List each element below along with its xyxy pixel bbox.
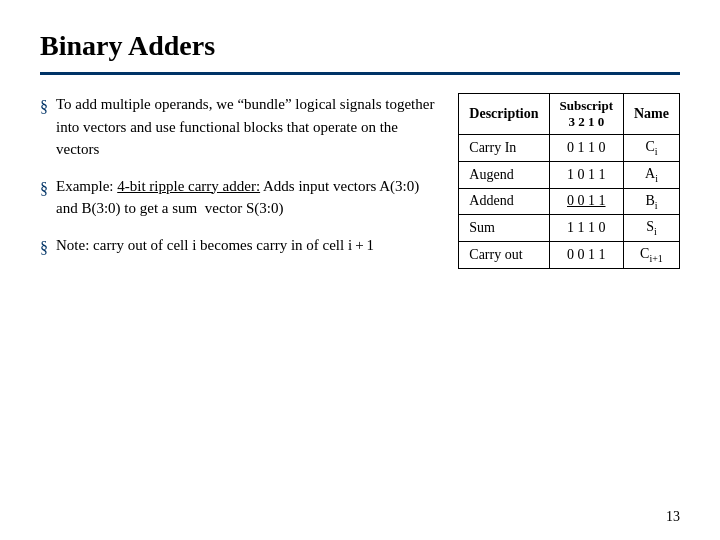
cell-augend-name: Ai xyxy=(624,161,680,188)
cell-carry-in-name: Ci xyxy=(624,135,680,162)
cell-carryout-desc: Carry out xyxy=(459,242,549,269)
cell-carryout-name: Ci+1 xyxy=(624,242,680,269)
underline-subscript: 0 0 1 1 xyxy=(567,193,606,208)
cell-sum-desc: Sum xyxy=(459,215,549,242)
table-row: Carry out 0 0 1 1 Ci+1 xyxy=(459,242,680,269)
col-header-subscript: Subscript3 2 1 0 xyxy=(549,94,623,135)
bullet-text-3: Note: carry out of cell i becomes carry … xyxy=(56,234,374,257)
table-row: Sum 1 1 1 0 Si xyxy=(459,215,680,242)
cell-sum-subscript: 1 1 1 0 xyxy=(549,215,623,242)
cell-addend-subscript: 0 0 1 1 xyxy=(549,188,623,215)
cell-addend-name: Bi xyxy=(624,188,680,215)
table-wrapper: Description Subscript3 2 1 0 Name Carry … xyxy=(458,93,680,269)
col-header-name: Name xyxy=(624,94,680,135)
title-divider xyxy=(40,72,680,75)
cell-carry-in-desc: Carry In xyxy=(459,135,549,162)
bullet-icon-3: § xyxy=(40,236,48,260)
cell-carry-in-subscript: 0 1 1 0 xyxy=(549,135,623,162)
subscript-label: Subscript3 2 1 0 xyxy=(560,98,613,129)
bullet-text-1: To add multiple operands, we “bundle” lo… xyxy=(56,93,438,161)
content-area: § To add multiple operands, we “bundle” … xyxy=(40,93,680,274)
cell-augend-subscript: 1 0 1 1 xyxy=(549,161,623,188)
signal-table: Description Subscript3 2 1 0 Name Carry … xyxy=(458,93,680,269)
bullet-1: § To add multiple operands, we “bundle” … xyxy=(40,93,438,161)
bullet-icon-1: § xyxy=(40,95,48,119)
table-row: Augend 1 0 1 1 Ai xyxy=(459,161,680,188)
col-header-description: Description xyxy=(459,94,549,135)
table-row: Carry In 0 1 1 0 Ci xyxy=(459,135,680,162)
bullet-3: § Note: carry out of cell i becomes carr… xyxy=(40,234,438,260)
bullet-text-2: Example: 4-bit ripple carry adder: Adds … xyxy=(56,175,438,220)
slide: Binary Adders § To add multiple operands… xyxy=(0,0,720,540)
bullet-icon-2: § xyxy=(40,177,48,201)
slide-title: Binary Adders xyxy=(40,30,680,62)
cell-augend-desc: Augend xyxy=(459,161,549,188)
bullets-section: § To add multiple operands, we “bundle” … xyxy=(40,93,438,274)
cell-carryout-subscript: 0 0 1 1 xyxy=(549,242,623,269)
cell-addend-desc: Addend xyxy=(459,188,549,215)
ripple-carry-label: 4-bit ripple carry adder: xyxy=(117,178,260,194)
page-number: 13 xyxy=(666,509,680,525)
cell-sum-name: Si xyxy=(624,215,680,242)
table-row: Addend 0 0 1 1 Bi xyxy=(459,188,680,215)
bullet-2: § Example: 4-bit ripple carry adder: Add… xyxy=(40,175,438,220)
